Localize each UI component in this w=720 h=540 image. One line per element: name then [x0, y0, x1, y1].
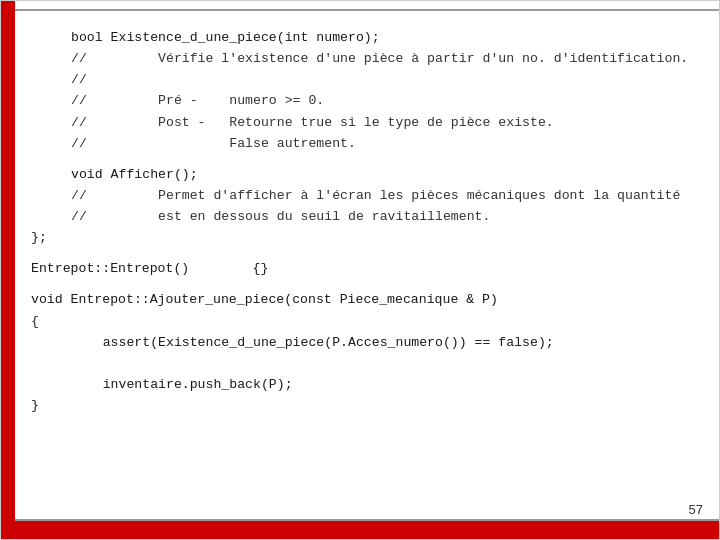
- code-text: Entrepot::Entrepot() {}: [31, 258, 268, 279]
- code-comment: // est en dessous du seuil de ravitaille…: [71, 206, 490, 227]
- code-line-empty: [31, 353, 709, 374]
- code-line-void-afficher: void Afficher();: [71, 164, 709, 185]
- left-accent-bar: [1, 1, 15, 539]
- code-line-6: // False autrement.: [71, 133, 709, 154]
- code-comment: // Post - Retourne true si le type de pi…: [71, 112, 554, 133]
- code-line-open-brace: {: [31, 311, 709, 332]
- code-comment: // Vérifie l'existence d'une pièce à par…: [71, 48, 688, 69]
- code-comment: // Pré - numero >= 0.: [71, 90, 324, 111]
- code-line-5: // Post - Retourne true si le type de pi…: [71, 112, 709, 133]
- code-line-push-back: inventaire.push_back(P);: [71, 374, 709, 395]
- code-line-afficher-comment2: // est en dessous du seuil de ravitaille…: [71, 206, 709, 227]
- code-text: }: [31, 395, 39, 416]
- code-comment: // False autrement.: [71, 133, 356, 154]
- code-comment: // Permet d'afficher à l'écran les pièce…: [71, 185, 680, 206]
- code-line-ajouter-signature: void Entrepot::Ajouter_une_piece(const P…: [31, 289, 709, 310]
- code-line-afficher-comment1: // Permet d'afficher à l'écran les pièce…: [71, 185, 709, 206]
- slide-container: bool Existence_d_une_piece(int numero); …: [0, 0, 720, 540]
- code-text: assert(Existence_d_une_piece(P.Acces_num…: [71, 332, 554, 353]
- code-text: void Entrepot::Ajouter_une_piece(const P…: [31, 289, 498, 310]
- bottom-accent-bar: [1, 521, 719, 539]
- code-text: void Afficher();: [71, 164, 198, 185]
- code-line-2: // Vérifie l'existence d'une pièce à par…: [71, 48, 709, 69]
- code-text: bool Existence_d_une_piece(int numero);: [71, 27, 380, 48]
- code-line-3: //: [71, 69, 709, 90]
- code-text: inventaire.push_back(P);: [71, 374, 293, 395]
- code-comment: //: [71, 69, 87, 90]
- code-text: {: [31, 311, 39, 332]
- page-number: 57: [689, 502, 703, 517]
- code-section-4: void Entrepot::Ajouter_une_piece(const P…: [31, 289, 709, 416]
- top-border-line: [15, 9, 719, 11]
- content-area: bool Existence_d_une_piece(int numero); …: [31, 19, 709, 511]
- code-section-1: bool Existence_d_une_piece(int numero); …: [31, 27, 709, 154]
- code-line-close-brace: }: [31, 395, 709, 416]
- code-line-1: bool Existence_d_une_piece(int numero);: [71, 27, 709, 48]
- code-line-closing-brace: };: [31, 227, 709, 248]
- code-line-assert: assert(Existence_d_une_piece(P.Acces_num…: [71, 332, 709, 353]
- code-section-3: Entrepot::Entrepot() {}: [31, 258, 709, 279]
- code-line-4: // Pré - numero >= 0.: [71, 90, 709, 111]
- code-section-2: void Afficher(); // Permet d'afficher à …: [31, 164, 709, 249]
- code-text: };: [31, 227, 47, 248]
- code-line-entrepot-constructor: Entrepot::Entrepot() {}: [31, 258, 709, 279]
